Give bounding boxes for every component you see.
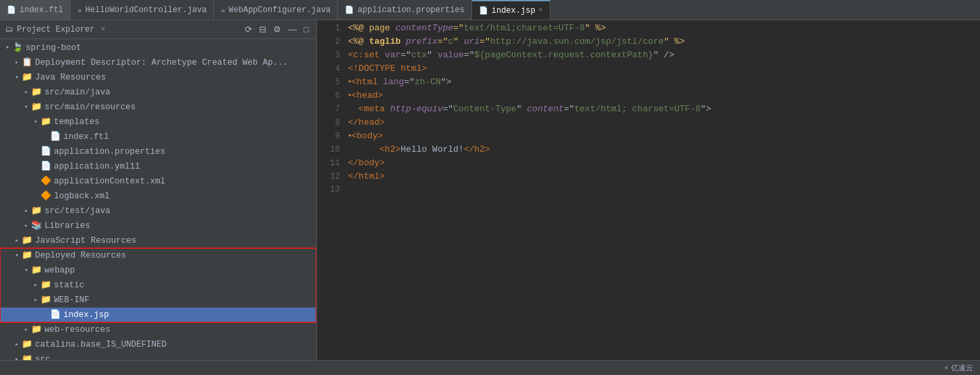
sync-button[interactable]: ⟳	[243, 24, 254, 35]
webapp-label: webapp	[45, 264, 75, 277]
src-test-label: src/test/java	[45, 205, 111, 217]
tree-item-webapp[interactable]: 📁 webapp	[0, 263, 316, 278]
jsp-file-icon: 📄	[479, 6, 488, 15]
tree-item-src-main-resources[interactable]: 📁 src/main/resources	[0, 100, 316, 115]
logo-text: 亿速云	[951, 363, 973, 373]
arrow-deployment	[12, 57, 22, 69]
code-editor[interactable]: 1 <%@ page contentType="text/html;charse…	[317, 20, 980, 360]
tree-item-src-main-java[interactable]: 📁 src/main/java	[0, 85, 316, 100]
app-props-icon: 📄	[40, 146, 51, 158]
web-resources-icon: 📁	[31, 324, 42, 336]
java-resources-icon: 📁	[22, 71, 32, 84]
libraries-label: Libraries	[45, 220, 90, 232]
panel-title: 🗂 Project Explorer ×	[5, 24, 105, 34]
line-content-4: <!DOCTYPE html>	[348, 63, 427, 74]
collapse-button[interactable]: ⊟	[257, 24, 268, 35]
line-num-2: 2	[320, 37, 340, 47]
tree-item-index-ftl[interactable]: 📄 index.ftl	[0, 129, 316, 144]
code-line-7: 7 <meta http-equiv="Content-Type" conten…	[317, 104, 980, 117]
tree-item-web-inf[interactable]: 📁 WEB-INF	[0, 293, 316, 308]
tree-item-templates[interactable]: 📁 templates	[0, 115, 316, 129]
index-jsp-icon: 📄	[50, 309, 61, 321]
arrow-libraries	[22, 220, 31, 232]
tree-item-web-resources[interactable]: 📁 web-resources	[0, 322, 316, 337]
line-content-1: <%@ page contentType="text/html;charset=…	[348, 23, 606, 33]
tree-container: 🍃 spring-boot 📋 Deployment Descriptor: A…	[0, 39, 316, 360]
arrow-src-main-resources	[22, 101, 31, 113]
index-jsp-label: index.jsp	[63, 309, 109, 321]
arrow-templates	[31, 116, 40, 128]
tree-item-libraries[interactable]: 📚 Libraries	[0, 219, 316, 233]
arrow-java-resources	[12, 71, 22, 84]
line-num-10: 10	[320, 145, 340, 154]
tab-index-ftl[interactable]: 📄 index.ftl	[0, 0, 71, 20]
js-resources-icon: 📁	[22, 235, 32, 247]
tree-item-application-context[interactable]: 🔶 applicationContext.xml	[0, 174, 316, 189]
panel-close-icon[interactable]: ×	[100, 25, 105, 34]
minimize-button[interactable]: —	[286, 24, 299, 35]
src-test-icon: 📁	[31, 205, 42, 217]
settings-button[interactable]: ⚙	[271, 24, 283, 35]
props-file-icon: 📄	[345, 5, 354, 14]
java-file-icon2: ☕	[221, 5, 225, 14]
tree-item-deployed-resources[interactable]: 📁 Deployed Resources	[0, 248, 316, 263]
src-main-java-icon: 📁	[31, 86, 42, 98]
panel-icon: 🗂	[5, 24, 13, 34]
tab-app-properties[interactable]: 📄 application.properties	[338, 0, 471, 20]
status-bar: ⚡ 亿速云	[0, 360, 980, 375]
spring-boot-label: spring-boot	[26, 42, 82, 54]
maximize-button[interactable]: □	[301, 24, 311, 35]
code-line-10: 10 <h2>Hello World!</h2>	[317, 144, 980, 158]
tab-hello-controller[interactable]: ☕ HelloWorldController.java	[71, 0, 214, 20]
tree-item-logback[interactable]: 🔶 logback.xml	[0, 189, 316, 204]
tab-index-jsp[interactable]: 📄 index.jsp ×	[472, 0, 550, 20]
js-resources-label: JavaScript Resources	[35, 235, 136, 247]
tab-label: HelloWorldController.java	[85, 5, 206, 15]
arrow-src-test	[22, 205, 31, 217]
arrow-src	[12, 353, 22, 360]
line-content-11: </body>	[348, 158, 385, 168]
index-ftl-label: index.ftl	[63, 131, 109, 143]
tree-item-application-yml[interactable]: 📄 application.yml11	[0, 159, 316, 174]
code-line-9: 9 ⦁<body>	[317, 131, 980, 144]
index-ftl-icon: 📄	[50, 131, 61, 143]
arrow-js-resources	[12, 235, 22, 247]
web-resources-label: web-resources	[45, 324, 111, 336]
tree-item-application-properties[interactable]: 📄 application.properties	[0, 144, 316, 159]
code-line-4: 4 <!DOCTYPE html>	[317, 63, 980, 77]
libraries-icon: 📚	[31, 220, 42, 232]
tree-item-js-resources[interactable]: 📁 JavaScript Resources	[0, 233, 316, 248]
arrow-src-main-java	[22, 86, 31, 98]
line-content-9: ⦁<body>	[348, 131, 383, 141]
line-content-3: <c:set var="ctx" value="${pageContext.re…	[348, 50, 674, 60]
tree-item-index-jsp[interactable]: 📄 index.jsp	[0, 308, 316, 322]
deployed-resources-box: 📁 Deployed Resources 📁 webapp 📁 static	[0, 248, 316, 322]
tree-item-spring-boot[interactable]: 🍃 spring-boot	[0, 40, 316, 55]
status-logo: ⚡ 亿速云	[944, 363, 973, 373]
tree-item-java-resources[interactable]: 📁 Java Resources	[0, 70, 316, 85]
static-label: static	[54, 279, 84, 291]
tree-item-src-test-java[interactable]: 📁 src/test/java	[0, 204, 316, 219]
arrow-webapp	[22, 264, 31, 277]
app-props-label: application.properties	[54, 146, 165, 158]
web-inf-label: WEB-INF	[54, 294, 90, 306]
tree-item-catalina-base[interactable]: 📁 catalina.base_IS_UNDEFINED	[0, 337, 316, 352]
app-ctx-label: applicationContext.xml	[54, 175, 165, 188]
project-explorer-panel: 🗂 Project Explorer × ⟳ ⊟ ⚙ — □ 🍃 spring-…	[0, 20, 317, 360]
tree-item-src[interactable]: 📁 src	[0, 352, 316, 360]
line-content-8: </head>	[348, 117, 385, 127]
deployed-label: Deployed Resources	[35, 250, 126, 262]
tree-item-static[interactable]: 📁 static	[0, 278, 316, 293]
line-num-11: 11	[320, 158, 340, 168]
spring-boot-icon: 🍃	[12, 42, 23, 54]
tab-label: WebAppConfigurer.java	[229, 5, 330, 15]
tab-label: index.ftl	[20, 5, 63, 15]
tab-close-icon[interactable]: ×	[539, 7, 543, 14]
code-line-13: 13	[317, 185, 980, 198]
line-num-7: 7	[320, 105, 340, 114]
tab-bar: 📄 index.ftl ☕ HelloWorldController.java …	[0, 0, 980, 20]
tab-webapp-configurer[interactable]: ☕ WebAppConfigurer.java	[214, 0, 338, 20]
code-line-5: 5 ⦁<html lang="zh-CN">	[317, 77, 980, 90]
main-layout: 🗂 Project Explorer × ⟳ ⊟ ⚙ — □ 🍃 spring-…	[0, 20, 980, 360]
tree-item-deployment-descriptor[interactable]: 📋 Deployment Descriptor: Archetype Creat…	[0, 55, 316, 70]
